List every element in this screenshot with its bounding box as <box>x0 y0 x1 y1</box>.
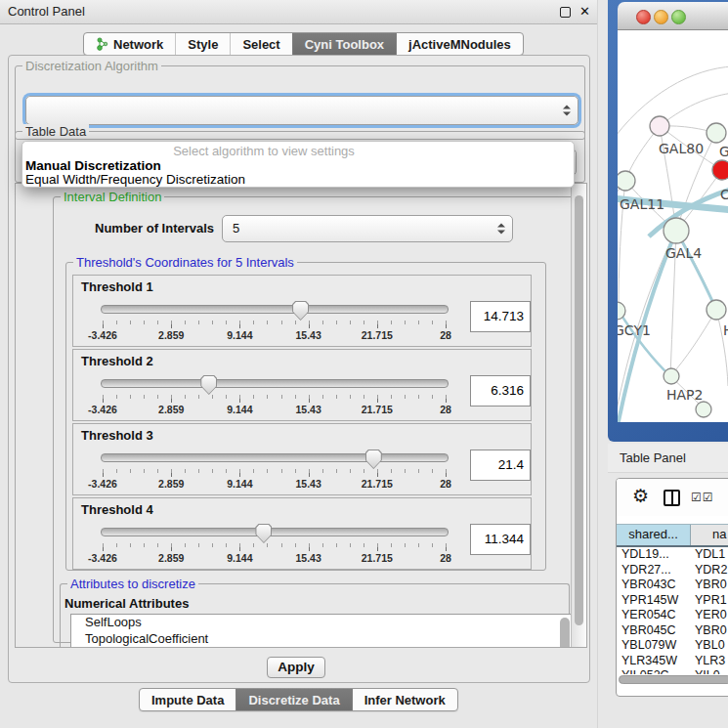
number-of-intervals-combo[interactable]: 5 <box>222 215 513 242</box>
threshold-3-slider-handle[interactable] <box>365 450 382 469</box>
node-bottom-partial <box>696 402 711 417</box>
table-row[interactable]: YPR145WYPR1 <box>617 593 728 609</box>
control-panel-tabbar: Network Style Select Cyni Toolbox jActiv… <box>83 32 524 56</box>
table-row[interactable]: YDR27...YDR2 <box>617 563 728 578</box>
slider-tick-label: 15.43 <box>295 404 321 415</box>
cell-shared-name[interactable]: YDR27... <box>617 563 690 578</box>
zoom-traffic-light-icon[interactable] <box>671 10 686 24</box>
cell-shared-name[interactable]: YBL079W <box>617 638 690 654</box>
node-label: GAL80 <box>659 141 704 156</box>
cell-shared-name[interactable]: YIL052C <box>617 668 690 674</box>
attributes-group: Attributes to discretize Numerical Attri… <box>60 583 570 648</box>
dropdown-prompt-item[interactable]: Select algorithm to view settings <box>22 144 505 158</box>
cell-name[interactable]: YBL0 <box>690 638 728 654</box>
threshold-3-slider-track[interactable] <box>101 453 449 462</box>
float-window-icon[interactable] <box>560 7 571 18</box>
threshold-1-value-field[interactable]: 14.713 <box>470 301 531 332</box>
table-horizontal-scrollbar[interactable] <box>619 675 728 684</box>
close-traffic-light-icon[interactable] <box>636 10 651 24</box>
control-panel-titlebar: Control Panel ✕ <box>0 0 598 24</box>
table-toolbar: ⚙ ☑☑ <box>617 479 728 516</box>
tab-discretize-data-label: Discretize Data <box>248 693 339 707</box>
threshold-2-slider-handle[interactable] <box>200 375 217 395</box>
panel-divider[interactable] <box>597 0 598 728</box>
table-row[interactable]: YIL052CYIL0 <box>617 668 728 674</box>
network-view-canvas[interactable]: GAL80 GA C GAL11 GAL4 GCY1 H HAP2 <box>618 30 728 422</box>
apply-button[interactable]: Apply <box>267 657 325 678</box>
cell-shared-name[interactable]: YER054C <box>617 608 690 623</box>
scrollbar-thumb[interactable] <box>575 195 583 625</box>
threshold-4-value-field[interactable]: 11.344 <box>470 524 531 555</box>
slider-minor-ticks <box>103 469 448 473</box>
cell-name[interactable]: YBR0 <box>690 578 728 593</box>
slider-tick-label: 9.144 <box>227 329 252 341</box>
threshold-2-box: Threshold 2 -3.4262.8599.14415.4321.7152… <box>72 349 532 421</box>
threshold-2-slider-track[interactable] <box>101 379 449 388</box>
slider-tick-label: 15.43 <box>295 329 321 341</box>
dropdown-item-equal-width-frequency[interactable]: Equal Width/Frequency Discretization <box>25 172 245 187</box>
cell-shared-name[interactable]: YBR043C <box>617 578 690 593</box>
node-label: GCY1 <box>618 322 651 338</box>
table-row[interactable]: YBR043CYBR0 <box>617 578 728 593</box>
cell-shared-name[interactable]: YDL19... <box>617 547 690 563</box>
cell-shared-name[interactable]: YPR145W <box>617 593 690 609</box>
tab-infer-network[interactable]: Infer Network <box>352 689 457 710</box>
table-row[interactable]: YDL19...YDL1 <box>617 547 728 563</box>
table-row[interactable]: YBL079WYBL0 <box>617 638 728 654</box>
attribute-list-item[interactable]: BetweennessCentrality <box>71 647 572 648</box>
numerical-attributes-list[interactable]: SelfLoopsTopologicalCoefficientBetweenne… <box>70 614 573 648</box>
table-row[interactable]: YLR345WYLR3 <box>617 654 728 669</box>
threshold-3-box: Threshold 3 -3.4262.8599.14415.4321.7152… <box>72 423 532 495</box>
tab-style[interactable]: Style <box>175 33 230 55</box>
gear-icon[interactable]: ⚙ <box>632 487 649 506</box>
node-gal11 <box>618 171 635 191</box>
slider-tick-label: 28 <box>440 552 451 564</box>
slider-tick-labels: -3.4262.8599.14415.4321.71528 <box>73 404 484 416</box>
table-row[interactable]: YER054CYER0 <box>617 608 728 623</box>
attribute-list-item[interactable]: SelfLoops <box>71 615 572 631</box>
select-columns-icon[interactable]: ☑☑ <box>691 491 714 504</box>
node-label: GA <box>719 144 728 159</box>
slider-tick-label: 28 <box>440 329 451 341</box>
tab-jactivemnodules[interactable]: jActiveMNodules <box>396 33 523 55</box>
cell-shared-name[interactable]: YLR345W <box>617 654 690 669</box>
attribute-list-item[interactable]: TopologicalCoefficient <box>71 631 572 648</box>
dropdown-item-manual-discretization[interactable]: Manual Discretization <box>25 158 161 173</box>
column-header-name[interactable]: na <box>691 525 728 545</box>
minimize-traffic-light-icon[interactable] <box>654 10 668 24</box>
threshold-3-value-field[interactable]: 21.4 <box>470 450 531 481</box>
cell-name[interactable]: YDR2 <box>690 563 728 578</box>
column-layout-icon[interactable] <box>664 490 680 506</box>
cell-name[interactable]: YBR0 <box>690 623 728 639</box>
node-label: C <box>720 187 728 202</box>
node-table-panel: ⚙ ☑☑ shared... na YDL19...YDL1YDR27...YD… <box>616 478 728 697</box>
threshold-4-slider-handle[interactable] <box>255 524 272 543</box>
scrollbar-thumb[interactable] <box>619 675 728 684</box>
cell-shared-name[interactable]: YBR045C <box>617 623 690 639</box>
threshold-1-slider-handle[interactable] <box>292 301 309 321</box>
slider-minor-ticks <box>103 321 448 324</box>
table-row[interactable]: YBR045CYBR0 <box>617 623 728 639</box>
threshold-1-slider-track[interactable] <box>101 305 449 314</box>
cell-name[interactable]: YLR3 <box>690 654 728 669</box>
threshold-4-slider-track[interactable] <box>101 528 449 536</box>
cell-name[interactable]: YPR1 <box>690 593 728 609</box>
network-window-titlebar[interactable] <box>618 2 728 30</box>
tab-impute-data[interactable]: Impute Data <box>140 689 236 710</box>
cell-name[interactable]: YIL0 <box>690 668 728 674</box>
column-header-shared-name[interactable]: shared... <box>617 525 691 545</box>
algorithm-combo[interactable] <box>25 96 578 125</box>
settings-vertical-scrollbar[interactable] <box>571 184 586 647</box>
list-scrollbar-thumb[interactable] <box>560 618 570 648</box>
cell-name[interactable]: YDL1 <box>690 547 728 563</box>
tab-network[interactable]: Network <box>84 33 175 55</box>
tab-discretize-data[interactable]: Discretize Data <box>236 689 351 710</box>
cell-name[interactable]: YER0 <box>690 608 728 623</box>
node-table-body[interactable]: YDL19...YDL1YDR27...YDR2YBR043CYBR0YPR14… <box>617 547 728 674</box>
slider-tick-label: -3.426 <box>88 404 117 415</box>
close-icon[interactable]: ✕ <box>579 0 590 22</box>
threshold-2-value-field[interactable]: 6.316 <box>470 375 531 407</box>
tab-select[interactable]: Select <box>230 33 291 55</box>
tab-cyni-toolbox[interactable]: Cyni Toolbox <box>292 33 396 55</box>
slider-tick-label: 21.715 <box>362 552 393 564</box>
